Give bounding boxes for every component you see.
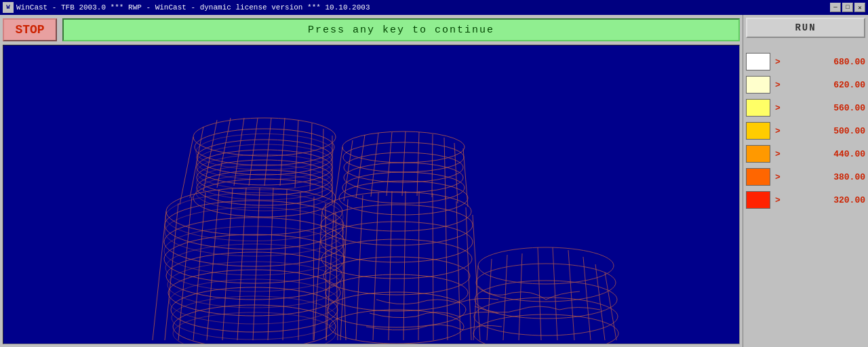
stop-button[interactable]: STOP xyxy=(3,18,57,41)
legend-color-swatch xyxy=(746,168,770,186)
app-icon: W xyxy=(3,2,14,13)
legend-color-swatch xyxy=(746,99,770,117)
legend-value: 500.00 xyxy=(785,126,865,136)
legend-row: >500.00 xyxy=(746,121,865,141)
legend-value: 440.00 xyxy=(785,149,865,159)
legend-value: 620.00 xyxy=(785,80,865,90)
toolbar-row: STOP Press any key to continue xyxy=(3,18,740,42)
color-legend: >680.00>620.00>560.00>500.00>440.00>380.… xyxy=(746,52,865,210)
legend-gt-symbol: > xyxy=(773,103,783,113)
legend-row: >320.00 xyxy=(746,190,865,210)
main-container: STOP Press any key to continue xyxy=(0,15,868,347)
title-bar-text: WinCast - TFB 2003.0 *** RWP - WinCast -… xyxy=(16,3,370,12)
legend-gt-symbol: > xyxy=(773,57,783,67)
legend-value: 320.00 xyxy=(785,195,865,205)
legend-gt-symbol: > xyxy=(773,149,783,159)
maximize-button[interactable]: □ xyxy=(842,3,853,12)
legend-color-swatch xyxy=(746,145,770,163)
viewport-area: STOP Press any key to continue xyxy=(0,15,743,347)
title-bar-controls[interactable]: — □ ✕ xyxy=(830,3,865,12)
continue-message: Press any key to continue xyxy=(62,18,740,41)
legend-gt-symbol: > xyxy=(773,172,783,182)
close-button[interactable]: ✕ xyxy=(854,3,865,12)
title-bar-left: W WinCast - TFB 2003.0 *** RWP - WinCast… xyxy=(3,2,370,13)
run-button[interactable]: RUN xyxy=(746,18,865,38)
minimize-button[interactable]: — xyxy=(830,3,841,12)
legend-color-swatch xyxy=(746,122,770,140)
legend-color-swatch xyxy=(746,53,770,70)
title-bar: W WinCast - TFB 2003.0 *** RWP - WinCast… xyxy=(0,0,868,15)
legend-value: 380.00 xyxy=(785,172,865,182)
legend-row: >380.00 xyxy=(746,167,865,187)
legend-color-swatch xyxy=(746,191,770,209)
right-panel: RUN >680.00>620.00>560.00>500.00>440.00>… xyxy=(743,15,868,347)
legend-row: >560.00 xyxy=(746,98,865,118)
legend-gt-symbol: > xyxy=(773,80,783,90)
legend-gt-symbol: > xyxy=(773,126,783,136)
legend-row: >620.00 xyxy=(746,75,865,95)
legend-color-swatch xyxy=(746,76,770,94)
legend-row: >440.00 xyxy=(746,144,865,164)
legend-row: >680.00 xyxy=(746,52,865,72)
wireframe-svg xyxy=(3,45,739,344)
legend-value: 560.00 xyxy=(785,103,865,113)
legend-gt-symbol: > xyxy=(773,195,783,205)
3d-viewport[interactable] xyxy=(3,45,740,344)
legend-value: 680.00 xyxy=(785,57,865,67)
